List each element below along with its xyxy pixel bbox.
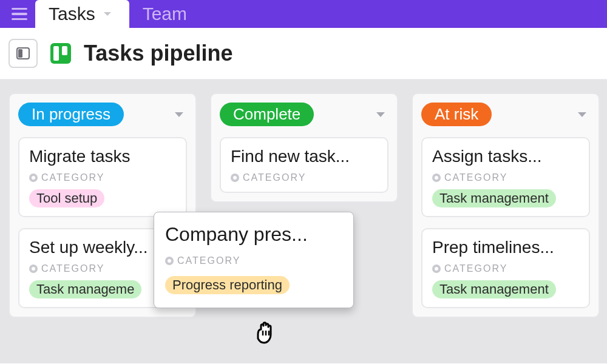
task-card[interactable]: Migrate tasks CATEGORY Tool setup [18,137,187,217]
tab-label: Team [143,4,187,24]
category-tag: Task management [432,280,556,298]
menu-button[interactable] [4,0,35,28]
svg-rect-4 [62,46,67,55]
status-pill-complete[interactable]: Complete [220,103,314,126]
category-icon [165,257,174,265]
svg-rect-1 [18,49,22,58]
panel-icon [16,46,30,61]
chevron-down-icon [103,10,112,18]
grab-cursor-icon [250,317,283,350]
card-title: Find new task... [231,147,378,166]
card-title: Prep timelines... [432,238,579,257]
category-label: CATEGORY [432,172,579,183]
topbar: Tasks Team [0,0,607,28]
column-header: In progress [18,103,187,126]
page-title: Tasks pipeline [84,41,232,66]
category-icon [231,174,239,182]
tab-tasks[interactable]: Tasks [35,0,129,28]
column-menu-button[interactable] [574,108,590,121]
category-label: CATEGORY [231,172,378,183]
chevron-down-icon [375,110,386,119]
column-header: At risk [421,103,590,126]
category-tag: Task manageme [29,280,141,298]
trello-icon [49,41,73,66]
category-label: CATEGORY [432,263,579,274]
column-complete: Complete Find new task... CATEGORY [210,93,398,203]
category-icon [432,174,441,182]
task-card[interactable]: Assign tasks... CATEGORY Task management [421,137,590,217]
category-tag: Task management [432,189,556,207]
category-tag: Progress reporting [165,276,290,294]
column-at-risk: At risk Assign tasks... CATEGORY Task ma… [412,93,600,318]
subheader: Tasks pipeline [0,28,607,79]
svg-rect-3 [53,46,59,61]
layout-toggle-button[interactable] [8,39,38,68]
category-icon [432,265,441,273]
status-pill-in-progress[interactable]: In progress [18,103,124,126]
chevron-down-icon [174,110,185,119]
task-card[interactable]: Prep timelines... CATEGORY Task manageme… [421,228,590,308]
category-icon [29,265,38,273]
column-menu-button[interactable] [171,108,187,121]
hamburger-icon [12,8,27,21]
tab-label: Tasks [49,4,95,24]
column-header: Complete [220,103,388,126]
chevron-down-icon [577,110,588,119]
category-label: CATEGORY [29,172,176,183]
task-card[interactable]: Find new task... CATEGORY [220,137,388,193]
category-label: CATEGORY [165,255,342,266]
tab-team[interactable]: Team [129,0,204,28]
status-pill-at-risk[interactable]: At risk [421,103,492,126]
board: In progress Migrate tasks CATEGORY Tool … [0,79,607,363]
category-tag: Tool setup [29,189,104,207]
dragged-task-card[interactable]: Company pres... CATEGORY Progress report… [154,212,354,308]
card-title: Company pres... [165,223,342,246]
category-icon [29,174,38,182]
card-title: Assign tasks... [432,147,579,166]
column-menu-button[interactable] [373,108,388,121]
card-title: Migrate tasks [29,147,176,166]
